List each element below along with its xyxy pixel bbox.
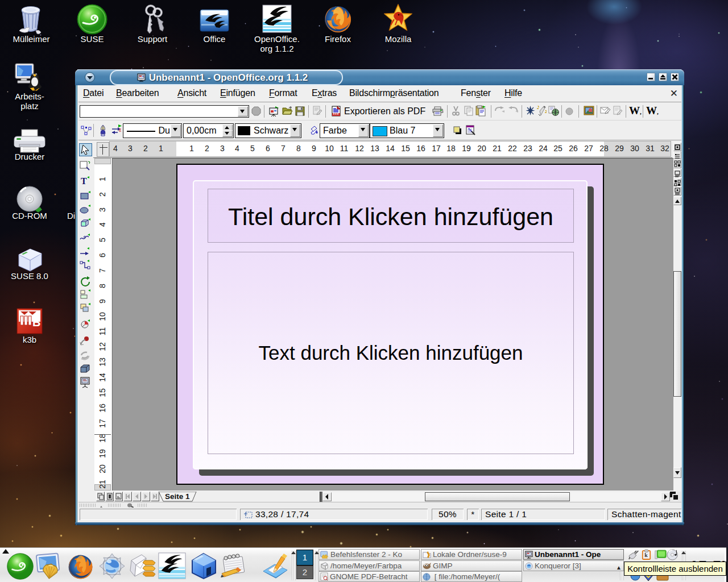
svg-text:k: k [644,552,648,558]
svg-text:B: B [32,316,40,329]
svg-text:T: T [81,176,87,186]
